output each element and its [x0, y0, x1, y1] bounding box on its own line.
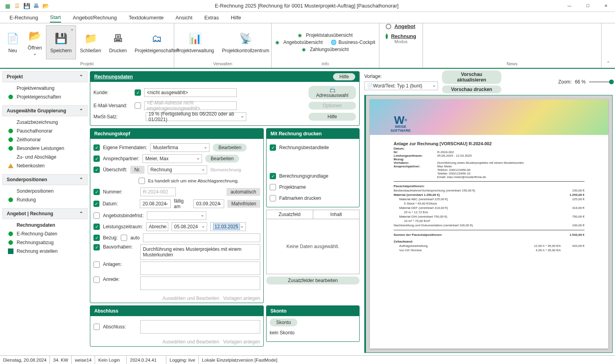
bestandteile-check[interactable]: ✓: [270, 144, 276, 151]
nav-projekteigenschaften[interactable]: Projekteigenschaften: [2, 93, 88, 101]
ueberschrift-select[interactable]: Rechnung: [148, 165, 207, 174]
qat-open-icon[interactable]: 📂: [42, 2, 49, 9]
bearbeiten-button-1[interactable]: Bearbeiten: [213, 144, 247, 152]
close-button[interactable]: ✕: [597, 0, 615, 12]
anlagen-input[interactable]: [140, 262, 260, 275]
ribbon-drucken-button[interactable]: 🖶Drucken: [105, 25, 131, 59]
bearbeiten-button-2[interactable]: Bearbeiten: [205, 155, 239, 163]
ribbon-speichern-button[interactable]: 💾Speichern: [46, 25, 76, 59]
col-zusatzfeld[interactable]: Zusatzfeld: [267, 210, 313, 219]
anlagen-check[interactable]: [93, 262, 100, 268]
col-inhalt[interactable]: Inhalt: [313, 210, 360, 219]
auto-check[interactable]: [121, 235, 127, 241]
nav-head-projekt[interactable]: Projekt⌃: [2, 71, 88, 82]
ribbon-oeffnen-button[interactable]: 📂Öffnen⌄: [24, 25, 46, 59]
email-checkbox[interactable]: [135, 102, 141, 109]
nav-head-gruppierung[interactable]: Ausgewählte Gruppierung⌃: [2, 105, 88, 116]
nav-zu-abschlaege[interactable]: Zu- und Abschläge: [2, 153, 88, 161]
ueberschrift-check[interactable]: ✓: [93, 167, 100, 173]
menu-hilfe[interactable]: Hilfe: [231, 13, 241, 22]
menu-angebot-rechnung[interactable]: Angebot/Rechnung: [73, 13, 117, 22]
mwst-select[interactable]: 19 % (Fertigstellung bis 06/2020 oder ab…: [146, 112, 246, 121]
nummer-input[interactable]: R-2024-002: [140, 188, 176, 196]
qat-new-icon[interactable]: ☰: [13, 2, 21, 9]
leistungs-to[interactable]: 12.03.2025: [210, 222, 246, 231]
modus-rechnung[interactable]: Rechnung: [386, 33, 416, 39]
nav-projektverwaltung[interactable]: Projektverwaltung: [2, 84, 88, 93]
firmendaten-select[interactable]: Musterfirma: [150, 143, 209, 152]
nav-zeithonorar[interactable]: Zeithonorar: [2, 135, 88, 144]
nav-rechnung-erstellen[interactable]: Rechnung erstellen: [2, 247, 88, 256]
anrede-check[interactable]: [93, 277, 100, 283]
firmendaten-check[interactable]: ✓: [93, 144, 100, 151]
abschlag-check[interactable]: [139, 178, 145, 184]
adressauswahl-button[interactable]: 📇 Adressauswahl: [308, 86, 356, 99]
nav-zusatzbezeichnung[interactable]: Zusatzbezeichnung: [2, 118, 88, 127]
vorschau-drucken-button[interactable]: Vorschau drucken: [442, 85, 501, 93]
vorlage-select[interactable]: 📄 Word/Text: Typ 1 (bunt): [364, 82, 438, 90]
nav-head-angebot-rechnung[interactable]: Angebot | Rechnung⌃: [2, 208, 88, 219]
anrede-input[interactable]: [140, 277, 260, 290]
nav-sonderpositionen[interactable]: Sonderpositionen: [2, 187, 88, 195]
hilfe2-button[interactable]: Hilfe: [308, 113, 356, 121]
nummer-check[interactable]: ✓: [93, 189, 100, 195]
datum-input[interactable]: 20.08.2024: [140, 199, 171, 208]
ribbon-kontrollzentrum-button[interactable]: 📡Projektkontrollzentrum: [218, 25, 273, 59]
modus-angebot[interactable]: Angebot: [386, 23, 416, 29]
menu-extras[interactable]: Extras: [204, 13, 219, 22]
nav-head-sonder[interactable]: Sonderpositionen⌃: [2, 174, 88, 185]
skonto-button[interactable]: Skonto: [270, 318, 297, 326]
link-angebotsuebersicht[interactable]: ◉Angebotsübersicht: [275, 40, 322, 45]
bezug-input[interactable]: [143, 233, 260, 242]
ribbon-projektverwaltung-button[interactable]: 📊Projektverwaltung: [172, 25, 218, 59]
ansprech-select[interactable]: Meier, Max: [143, 154, 202, 163]
qat-save-icon[interactable]: 💾: [23, 2, 30, 9]
link-zahlungsuebersicht[interactable]: ◉Zahlungsübersicht: [302, 47, 348, 52]
hilfe-pill[interactable]: Hilfe: [333, 73, 355, 80]
email-input[interactable]: <E-Mail-Adresse nicht eingetragen/ausgew…: [144, 101, 237, 110]
kunde-checkbox[interactable]: ✓: [135, 89, 141, 96]
ansprech-check[interactable]: ✓: [93, 155, 100, 162]
angebotsbinde-check[interactable]: [93, 212, 100, 219]
kunde-select[interactable]: <nicht ausgewählt>: [144, 88, 237, 97]
faellig-input[interactable]: 03.09.2024: [193, 199, 224, 208]
menu-textdokumente[interactable]: Textdokumente: [129, 13, 164, 22]
nav-rechnungsdaten[interactable]: Rechnungsdaten: [2, 221, 88, 229]
maximize-button[interactable]: ☐: [579, 0, 597, 12]
projektname-check[interactable]: [270, 184, 276, 190]
abschluss-auswaehlen[interactable]: Auswählen und Bearbeiten: [162, 339, 219, 345]
vorlagen-button[interactable]: Vorlagen anlegen: [223, 296, 260, 301]
preview-viewport[interactable]: W® WEISE SOFTWARE Anlage zur Rechnung [V…: [364, 95, 613, 353]
ribbon-schliessen-button[interactable]: 📁Schließen: [76, 25, 105, 59]
bauvorhaben-input[interactable]: Durchführung eines Musterprojektes mit e…: [140, 244, 260, 260]
datum-check[interactable]: ✓: [93, 201, 99, 207]
menu-ansicht[interactable]: Ansicht: [175, 13, 192, 22]
optionen-button[interactable]: Optionen: [308, 102, 356, 110]
nav-nebenkosten[interactable]: Nebenkosten: [2, 161, 88, 170]
mahnfristen-button[interactable]: Mahnfristen: [227, 200, 260, 208]
ribbon-neu-button[interactable]: 📄Neu: [2, 25, 24, 59]
leistungs-from[interactable]: 05.08.2024: [171, 222, 207, 231]
bauvorhaben-check[interactable]: ✓: [93, 244, 100, 250]
auswaehlen-button[interactable]: Auswählen und Bearbeiten: [162, 296, 219, 301]
nav-besondere-leistungen[interactable]: Besondere Leistungen: [2, 144, 88, 153]
qat-print-icon[interactable]: 🖶: [32, 2, 40, 9]
abschluss-vorlagen[interactable]: Vorlagen anlegen: [223, 339, 260, 345]
leistungs-check[interactable]: ✓: [93, 224, 100, 230]
nav-rechnungsabzug[interactable]: Rechnungsabzug: [2, 238, 88, 247]
grundlage-check[interactable]: ✓: [270, 173, 276, 179]
ribbon-collapse-button[interactable]: ⌃: [602, 23, 615, 68]
nr-button[interactable]: Nr.: [130, 166, 144, 174]
bezug-check[interactable]: ✓: [93, 235, 100, 241]
storno-button[interactable]: Stornorechnung: [210, 167, 241, 172]
leistungs-sel[interactable]: Abrechn: [146, 222, 168, 231]
abschluss-check[interactable]: [93, 324, 100, 330]
abschluss-input[interactable]: [140, 320, 260, 334]
automatisch-button[interactable]: automatisch: [227, 188, 260, 196]
faltmarken-check[interactable]: [270, 195, 276, 201]
minimize-button[interactable]: —: [560, 0, 579, 12]
zoom-slider[interactable]: [589, 81, 613, 83]
menu-start[interactable]: Start: [50, 13, 61, 23]
nav-pauschalhonorar[interactable]: Pauschalhonorar: [2, 127, 88, 135]
zusatzfelder-button[interactable]: Zusatzfelder bearbeiten: [266, 277, 360, 284]
